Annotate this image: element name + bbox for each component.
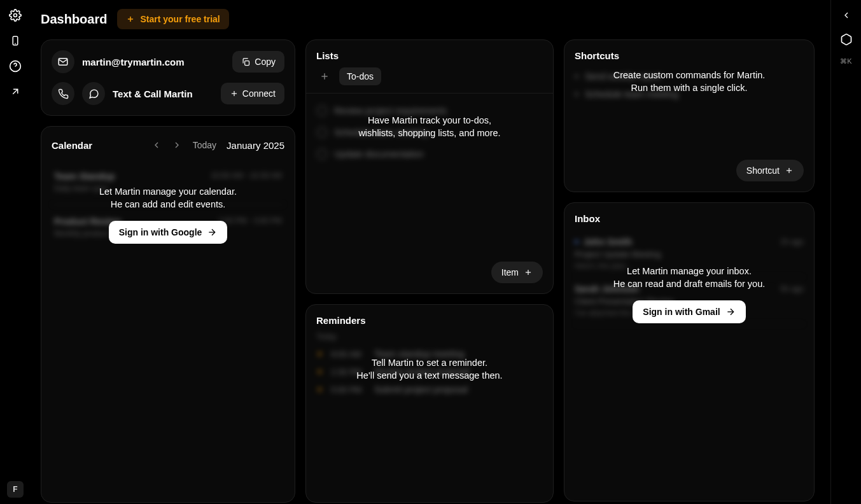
user-avatar[interactable]: F (7, 481, 24, 498)
add-item-label: Item (501, 267, 519, 277)
mail-icon (52, 50, 74, 73)
calendar-overlay-line2: He can add and edit events. (111, 199, 226, 209)
calendar-title: Calendar (52, 140, 92, 151)
signin-gmail-label: Sign in with Gmail (643, 307, 720, 317)
add-list-button[interactable] (316, 68, 333, 85)
start-trial-button[interactable]: Start your free trial (117, 9, 228, 29)
message-icon (82, 82, 105, 105)
collapse-icon[interactable] (840, 9, 853, 22)
arrow-right-icon (207, 227, 217, 237)
plus-icon (230, 89, 239, 98)
right-sidebar: ⌘K (830, 0, 861, 504)
prev-month-button[interactable] (148, 137, 165, 153)
text-call-label: Text & Call Martin (113, 88, 213, 99)
plus-icon (319, 71, 330, 81)
add-item-button[interactable]: Item (491, 262, 543, 283)
tab-todos[interactable]: To-dos (339, 67, 381, 85)
device-icon[interactable] (9, 34, 22, 47)
inbox-title: Inbox (564, 203, 814, 230)
chevron-left-icon (151, 140, 162, 150)
signin-gmail-button[interactable]: Sign in with Gmail (633, 300, 745, 323)
month-label: January 2025 (227, 140, 284, 151)
settings-icon[interactable] (9, 9, 22, 22)
calendar-card: Calendar Today January 2025 10: (41, 126, 295, 503)
connect-label: Connect (242, 88, 276, 99)
svg-point-0 (14, 14, 17, 17)
connect-button[interactable]: Connect (221, 83, 284, 104)
plus-icon (785, 166, 794, 175)
signin-google-label: Sign in with Google (119, 227, 202, 237)
calendar-overlay-line1: Let Martin manage your calendar. (99, 186, 237, 197)
page-title: Dashboard (41, 12, 107, 27)
plus-icon (524, 268, 533, 277)
inbox-overlay-line2: He can read and draft emails for you. (613, 279, 766, 289)
left-sidebar: F (0, 0, 31, 504)
help-icon[interactable] (9, 60, 22, 73)
add-shortcut-button[interactable]: Shortcut (736, 160, 804, 181)
lists-overlay-line1: Have Martin track your to-dos, (368, 115, 491, 125)
external-link-icon[interactable] (9, 85, 22, 98)
lists-overlay-line2: wishlists, shopping lists, and more. (358, 128, 500, 138)
inbox-overlay-line1: Let Martin manage your inbox. (627, 266, 752, 276)
today-label[interactable]: Today (193, 140, 216, 150)
main-content: Dashboard Start your free trial martin@t… (31, 0, 830, 504)
contact-card: martin@trymartin.com Copy Text & Call Ma… (41, 39, 295, 116)
reminders-overlay-line1: Tell Martin to set a reminder. (372, 358, 487, 368)
shortcuts-overlay-line2: Run them with a single click. (631, 83, 748, 93)
copy-label: Copy (255, 57, 276, 67)
lists-card: Lists To-dos Review project requirements… (305, 39, 554, 294)
plus-icon (126, 15, 135, 24)
keyboard-shortcut: ⌘K (840, 57, 851, 66)
reminders-card: Reminders Today ★9:00 AMTeam standup mee… (305, 304, 554, 503)
copy-icon (241, 57, 251, 67)
start-trial-label: Start your free trial (140, 14, 220, 24)
svg-rect-8 (245, 60, 249, 65)
header: Dashboard Start your free trial (41, 9, 820, 29)
lists-title: Lists (306, 40, 553, 67)
next-month-button[interactable] (169, 137, 185, 153)
inbox-card: Inbox John Smith2h ago Project Update Me… (564, 202, 815, 501)
shortcuts-overlay-line1: Create custom commands for Martin. (613, 70, 766, 80)
shortcuts-card: Shortcuts Send weekly report Schedule te… (564, 39, 815, 192)
copy-button[interactable]: Copy (232, 51, 284, 73)
add-shortcut-label: Shortcut (746, 165, 780, 176)
signin-google-button[interactable]: Sign in with Google (109, 221, 228, 244)
shortcuts-title: Shortcuts (564, 40, 814, 67)
phone-icon (52, 82, 74, 105)
email-address: martin@trymartin.com (82, 57, 225, 67)
reminders-overlay-line2: He'll send you a text message then. (356, 370, 502, 381)
hexagon-icon[interactable] (840, 33, 853, 46)
chevron-right-icon (172, 140, 182, 150)
arrow-right-icon (725, 307, 736, 317)
reminders-title: Reminders (306, 305, 553, 332)
